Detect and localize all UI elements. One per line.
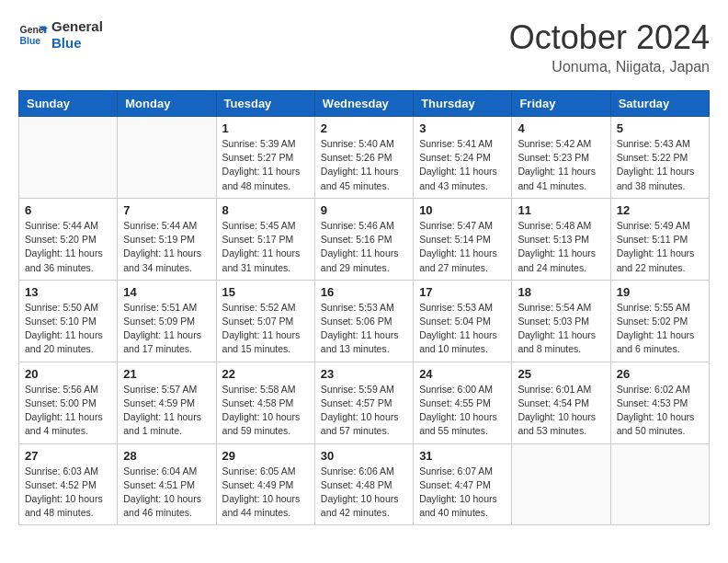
weekday-header-monday: Monday	[118, 91, 216, 117]
calendar-cell: 3Sunrise: 5:41 AM Sunset: 5:24 PM Daylig…	[414, 117, 512, 199]
day-info: Sunrise: 5:44 AM Sunset: 5:20 PM Dayligh…	[25, 219, 111, 275]
day-number: 9	[321, 203, 407, 217]
weekday-header-row: SundayMondayTuesdayWednesdayThursdayFrid…	[19, 91, 710, 117]
calendar-cell: 18Sunrise: 5:54 AM Sunset: 5:03 PM Dayli…	[512, 280, 610, 362]
day-number: 20	[25, 367, 111, 381]
weekday-header-friday: Friday	[512, 91, 610, 117]
day-info: Sunrise: 5:39 AM Sunset: 5:27 PM Dayligh…	[222, 137, 309, 193]
calendar-week-2: 6Sunrise: 5:44 AM Sunset: 5:20 PM Daylig…	[19, 198, 710, 280]
calendar-cell: 11Sunrise: 5:48 AM Sunset: 5:13 PM Dayli…	[512, 198, 610, 280]
calendar-week-4: 20Sunrise: 5:56 AM Sunset: 5:00 PM Dayli…	[19, 362, 710, 443]
weekday-header-thursday: Thursday	[414, 91, 512, 117]
calendar-cell: 31Sunrise: 6:07 AM Sunset: 4:47 PM Dayli…	[414, 443, 512, 525]
page-header: General Blue General Blue October 2024 U…	[18, 18, 710, 75]
calendar-cell: 22Sunrise: 5:58 AM Sunset: 4:58 PM Dayli…	[216, 362, 314, 443]
day-info: Sunrise: 5:41 AM Sunset: 5:24 PM Dayligh…	[419, 137, 506, 193]
day-number: 6	[25, 203, 111, 217]
day-number: 10	[419, 203, 506, 217]
calendar-cell: 21Sunrise: 5:57 AM Sunset: 4:59 PM Dayli…	[118, 362, 216, 443]
day-info: Sunrise: 5:58 AM Sunset: 4:58 PM Dayligh…	[222, 383, 309, 439]
day-info: Sunrise: 5:49 AM Sunset: 5:11 PM Dayligh…	[617, 219, 703, 275]
day-number: 29	[222, 449, 309, 463]
day-info: Sunrise: 5:47 AM Sunset: 5:14 PM Dayligh…	[419, 219, 506, 275]
day-number: 28	[123, 449, 210, 463]
day-info: Sunrise: 5:59 AM Sunset: 4:57 PM Dayligh…	[321, 383, 407, 439]
day-info: Sunrise: 5:57 AM Sunset: 4:59 PM Dayligh…	[123, 383, 210, 439]
calendar-cell: 14Sunrise: 5:51 AM Sunset: 5:09 PM Dayli…	[118, 280, 216, 362]
day-number: 26	[617, 367, 703, 381]
day-number: 14	[123, 285, 210, 299]
calendar-cell: 27Sunrise: 6:03 AM Sunset: 4:52 PM Dayli…	[19, 443, 118, 525]
calendar-cell: 23Sunrise: 5:59 AM Sunset: 4:57 PM Dayli…	[314, 362, 413, 443]
day-info: Sunrise: 6:04 AM Sunset: 4:51 PM Dayligh…	[123, 465, 210, 521]
day-number: 25	[518, 367, 604, 381]
day-number: 31	[419, 449, 506, 463]
day-info: Sunrise: 6:07 AM Sunset: 4:47 PM Dayligh…	[419, 465, 506, 521]
day-info: Sunrise: 5:44 AM Sunset: 5:19 PM Dayligh…	[123, 219, 210, 275]
calendar-cell: 7Sunrise: 5:44 AM Sunset: 5:19 PM Daylig…	[118, 198, 216, 280]
day-number: 27	[25, 449, 111, 463]
calendar-cell: 19Sunrise: 5:55 AM Sunset: 5:02 PM Dayli…	[610, 280, 709, 362]
day-info: Sunrise: 5:53 AM Sunset: 5:06 PM Dayligh…	[321, 301, 407, 357]
calendar-cell: 12Sunrise: 5:49 AM Sunset: 5:11 PM Dayli…	[610, 198, 709, 280]
day-info: Sunrise: 6:02 AM Sunset: 4:53 PM Dayligh…	[617, 383, 703, 439]
logo-icon: General Blue	[18, 20, 48, 50]
title-block: October 2024 Uonuma, Niigata, Japan	[509, 18, 710, 75]
day-number: 17	[419, 285, 506, 299]
day-number: 21	[123, 367, 210, 381]
day-info: Sunrise: 5:52 AM Sunset: 5:07 PM Dayligh…	[222, 301, 309, 357]
day-info: Sunrise: 5:51 AM Sunset: 5:09 PM Dayligh…	[123, 301, 210, 357]
calendar-cell: 4Sunrise: 5:42 AM Sunset: 5:23 PM Daylig…	[512, 117, 610, 199]
day-info: Sunrise: 6:03 AM Sunset: 4:52 PM Dayligh…	[25, 465, 111, 521]
day-number: 1	[222, 121, 309, 135]
calendar-week-3: 13Sunrise: 5:50 AM Sunset: 5:10 PM Dayli…	[19, 280, 710, 362]
day-number: 4	[518, 121, 604, 135]
day-info: Sunrise: 5:56 AM Sunset: 5:00 PM Dayligh…	[25, 383, 111, 439]
day-info: Sunrise: 5:46 AM Sunset: 5:16 PM Dayligh…	[321, 219, 407, 275]
calendar-cell: 5Sunrise: 5:43 AM Sunset: 5:22 PM Daylig…	[610, 117, 709, 199]
day-info: Sunrise: 5:48 AM Sunset: 5:13 PM Dayligh…	[518, 219, 604, 275]
day-number: 12	[617, 203, 703, 217]
day-number: 13	[25, 285, 111, 299]
day-number: 23	[321, 367, 407, 381]
day-info: Sunrise: 6:06 AM Sunset: 4:48 PM Dayligh…	[321, 465, 407, 521]
weekday-header-tuesday: Tuesday	[216, 91, 314, 117]
day-info: Sunrise: 6:05 AM Sunset: 4:49 PM Dayligh…	[222, 465, 309, 521]
day-info: Sunrise: 5:54 AM Sunset: 5:03 PM Dayligh…	[518, 301, 604, 357]
calendar-cell: 10Sunrise: 5:47 AM Sunset: 5:14 PM Dayli…	[414, 198, 512, 280]
calendar-cell: 2Sunrise: 5:40 AM Sunset: 5:26 PM Daylig…	[314, 117, 413, 199]
day-info: Sunrise: 5:43 AM Sunset: 5:22 PM Dayligh…	[617, 137, 703, 193]
day-number: 7	[123, 203, 210, 217]
calendar-cell: 8Sunrise: 5:45 AM Sunset: 5:17 PM Daylig…	[216, 198, 314, 280]
weekday-header-wednesday: Wednesday	[314, 91, 413, 117]
calendar-cell: 25Sunrise: 6:01 AM Sunset: 4:54 PM Dayli…	[512, 362, 610, 443]
calendar-cell: 1Sunrise: 5:39 AM Sunset: 5:27 PM Daylig…	[216, 117, 314, 199]
logo: General Blue General Blue	[18, 18, 103, 52]
calendar-week-1: 1Sunrise: 5:39 AM Sunset: 5:27 PM Daylig…	[19, 117, 710, 199]
day-number: 24	[419, 367, 506, 381]
calendar-cell: 30Sunrise: 6:06 AM Sunset: 4:48 PM Dayli…	[314, 443, 413, 525]
calendar-cell	[512, 443, 610, 525]
calendar-cell: 24Sunrise: 6:00 AM Sunset: 4:55 PM Dayli…	[414, 362, 512, 443]
day-number: 18	[518, 285, 604, 299]
day-info: Sunrise: 5:55 AM Sunset: 5:02 PM Dayligh…	[617, 301, 703, 357]
calendar-cell: 6Sunrise: 5:44 AM Sunset: 5:20 PM Daylig…	[19, 198, 118, 280]
calendar-cell: 9Sunrise: 5:46 AM Sunset: 5:16 PM Daylig…	[314, 198, 413, 280]
day-number: 2	[321, 121, 407, 135]
calendar-cell	[19, 117, 118, 199]
calendar-cell	[610, 443, 709, 525]
calendar-cell: 28Sunrise: 6:04 AM Sunset: 4:51 PM Dayli…	[118, 443, 216, 525]
weekday-header-saturday: Saturday	[610, 91, 709, 117]
day-number: 8	[222, 203, 309, 217]
calendar-cell: 26Sunrise: 6:02 AM Sunset: 4:53 PM Dayli…	[610, 362, 709, 443]
logo-text-blue: Blue	[51, 35, 103, 52]
day-number: 5	[617, 121, 703, 135]
calendar-cell	[118, 117, 216, 199]
day-info: Sunrise: 5:53 AM Sunset: 5:04 PM Dayligh…	[419, 301, 506, 357]
day-info: Sunrise: 5:42 AM Sunset: 5:23 PM Dayligh…	[518, 137, 604, 193]
day-number: 15	[222, 285, 309, 299]
location: Uonuma, Niigata, Japan	[509, 59, 710, 75]
svg-text:Blue: Blue	[20, 36, 41, 46]
weekday-header-sunday: Sunday	[19, 91, 118, 117]
calendar-cell: 17Sunrise: 5:53 AM Sunset: 5:04 PM Dayli…	[414, 280, 512, 362]
